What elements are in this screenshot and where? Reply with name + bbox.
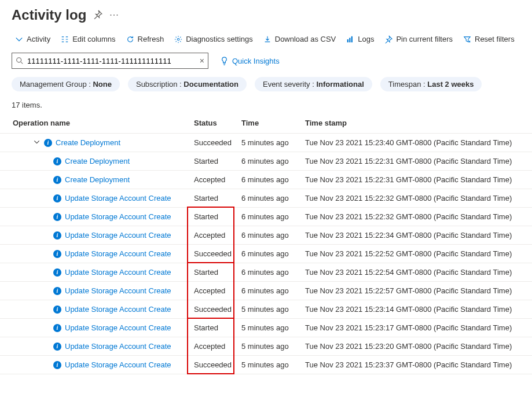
operation-name[interactable]: Update Storage Account Create [65,268,171,277]
info-icon: i [53,324,61,332]
operation-name[interactable]: Update Storage Account Create [65,305,171,314]
info-icon: i [53,361,61,369]
time-cell: 6 minutes ago [237,226,300,245]
clear-search-icon[interactable]: × [200,56,204,65]
info-icon: i [53,305,61,314]
status-cell: Succeeded [189,245,237,263]
timestamp-cell: Tue Nov 23 2021 15:22:34 GMT-0800 (Pacif… [300,226,532,245]
operation-name[interactable]: Create Deployment [65,175,130,184]
table-row[interactable]: iUpdate Storage Account CreateStarted6 m… [0,208,532,226]
status-cell: Accepted [189,226,237,245]
reset-filters-button[interactable]: Reset filters [463,35,515,43]
filter-pill-severity[interactable]: Event severity : Informational [255,77,372,91]
search-icon [16,57,24,65]
time-cell: 5 minutes ago [237,337,300,356]
timestamp-cell: Tue Nov 23 2021 15:23:37 GMT-0800 (Pacif… [300,356,532,374]
logs-button[interactable]: Logs [346,35,374,43]
col-timestamp[interactable]: Time stamp [300,114,532,134]
table-row[interactable]: iUpdate Storage Account CreateSucceeded6… [0,245,532,263]
info-icon: i [53,287,61,295]
info-icon: i [53,157,61,165]
table-row[interactable]: iUpdate Storage Account CreateStarted6 m… [0,189,532,208]
table-row[interactable]: iCreate DeploymentSucceeded5 minutes ago… [0,134,532,152]
timestamp-cell: Tue Nov 23 2021 15:22:57 GMT-0800 (Pacif… [300,282,532,300]
timestamp-cell: Tue Nov 23 2021 15:23:14 GMT-0800 (Pacif… [300,300,532,319]
info-icon: i [53,231,61,240]
status-cell: Accepted [189,337,237,356]
filter-pill-timespan[interactable]: Timespan : Last 2 weeks [380,77,482,91]
operation-name[interactable]: Update Storage Account Create [65,342,171,351]
info-icon: i [53,176,61,184]
status-cell: Started [189,152,237,171]
col-operation[interactable]: Operation name [0,114,189,134]
svg-rect-2 [350,38,351,42]
table-row[interactable]: iUpdate Storage Account CreateAccepted6 … [0,282,532,300]
time-cell: 6 minutes ago [237,263,300,282]
table-row[interactable]: iUpdate Storage Account CreateAccepted6 … [0,226,532,245]
time-cell: 5 minutes ago [237,319,300,337]
table-row[interactable]: iUpdate Storage Account CreateAccepted5 … [0,337,532,356]
svg-rect-1 [347,39,348,42]
time-cell: 6 minutes ago [237,282,300,300]
status-cell: Started [189,263,237,282]
refresh-button[interactable]: Refresh [126,35,164,43]
table-row[interactable]: iUpdate Storage Account CreateStarted6 m… [0,263,532,282]
activity-table: Operation name Status Time Time stamp iC… [0,114,532,374]
columns-icon [61,35,69,43]
search-input-wrapper[interactable]: × [12,53,208,69]
time-cell: 6 minutes ago [237,152,300,171]
status-cell: Succeeded [189,356,237,374]
status-cell: Accepted [189,282,237,300]
time-cell: 5 minutes ago [237,134,300,152]
filter-pill-management-group[interactable]: Management Group : None [12,77,120,91]
time-cell: 5 minutes ago [237,300,300,319]
filter-reset-icon [463,35,471,43]
pin-icon [384,35,392,43]
gear-icon [174,35,182,43]
operation-name[interactable]: Create Deployment [65,157,130,165]
operation-name[interactable]: Update Storage Account Create [65,323,171,332]
chevron-down-icon [15,35,23,43]
timestamp-cell: Tue Nov 23 2021 15:22:54 GMT-0800 (Pacif… [300,263,532,282]
timestamp-cell: Tue Nov 23 2021 15:23:40 GMT-0800 (Pacif… [300,134,532,152]
info-icon: i [53,213,61,221]
expand-icon[interactable] [32,138,41,147]
info-icon: i [53,343,61,351]
lightbulb-icon [220,57,229,65]
pin-icon[interactable] [93,10,102,21]
download-button[interactable]: Download as CSV [263,35,336,43]
edit-columns-button[interactable]: Edit columns [61,35,115,43]
filter-pill-subscription[interactable]: Subscription : Documentation [128,77,247,91]
timestamp-cell: Tue Nov 23 2021 15:23:20 GMT-0800 (Pacif… [300,337,532,356]
table-row[interactable]: iCreate DeploymentAccepted6 minutes agoT… [0,171,532,189]
table-row[interactable]: iUpdate Storage Account CreateSucceeded5… [0,300,532,319]
svg-rect-3 [351,36,353,42]
time-cell: 6 minutes ago [237,208,300,226]
table-row[interactable]: iUpdate Storage Account CreateSucceeded5… [0,356,532,374]
svg-point-4 [17,58,21,62]
operation-name[interactable]: Update Storage Account Create [65,286,171,295]
refresh-icon [126,35,134,43]
more-icon[interactable]: ··· [109,10,119,20]
operation-name[interactable]: Update Storage Account Create [65,231,171,240]
search-input[interactable] [27,57,196,65]
info-icon: i [53,268,61,277]
operation-name[interactable]: Create Deployment [56,138,120,147]
col-status[interactable]: Status [189,114,237,134]
col-time[interactable]: Time [237,114,300,134]
operation-name[interactable]: Update Storage Account Create [65,249,171,258]
status-cell: Started [189,189,237,208]
timestamp-cell: Tue Nov 23 2021 15:22:31 GMT-0800 (Pacif… [300,171,532,189]
diagnostics-button[interactable]: Diagnostics settings [174,35,253,43]
operation-name[interactable]: Update Storage Account Create [65,212,171,221]
activity-button[interactable]: Activity [15,35,50,43]
quick-insights-button[interactable]: Quick Insights [220,57,280,65]
pin-filters-button[interactable]: Pin current filters [384,35,453,43]
table-row[interactable]: iUpdate Storage Account CreateStarted5 m… [0,319,532,337]
operation-name[interactable]: Update Storage Account Create [65,194,171,202]
timestamp-cell: Tue Nov 23 2021 15:22:52 GMT-0800 (Pacif… [300,245,532,263]
table-row[interactable]: iCreate DeploymentStarted6 minutes agoTu… [0,152,532,171]
timestamp-cell: Tue Nov 23 2021 15:23:17 GMT-0800 (Pacif… [300,319,532,337]
info-icon: i [44,139,52,147]
operation-name[interactable]: Update Storage Account Create [65,360,171,369]
